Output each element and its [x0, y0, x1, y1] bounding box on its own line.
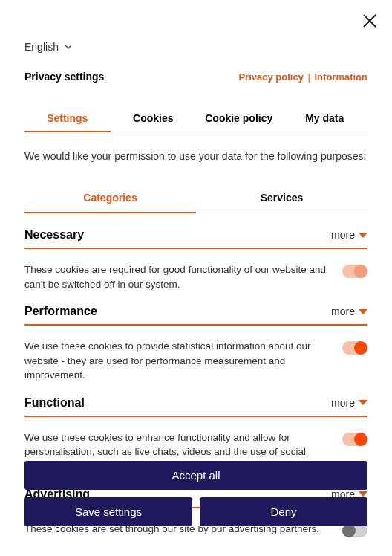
- tab-cookies[interactable]: Cookies: [111, 105, 197, 132]
- main-tabs: Settings Cookies Cookie policy My data: [24, 105, 368, 132]
- more-link-performance[interactable]: more: [331, 306, 368, 317]
- more-text: more: [331, 306, 355, 317]
- toggle-knob: [354, 433, 368, 446]
- category-body-performance: We use these cookies to provide statisti…: [24, 339, 368, 383]
- accept-all-button[interactable]: Accept all: [24, 461, 368, 490]
- toggle-functional[interactable]: [342, 433, 368, 446]
- category-title-functional: Functional: [24, 396, 85, 410]
- button-area: Accept all Save settings Deny: [24, 461, 368, 526]
- category-desc-necessary: These cookies are required for good func…: [24, 262, 327, 291]
- header-row: Privacy settings Privacy policy | Inform…: [24, 71, 368, 83]
- category-header-performance: Performance more: [24, 305, 368, 326]
- more-link-functional[interactable]: more: [331, 397, 368, 409]
- link-divider: |: [305, 71, 313, 83]
- tab-settings[interactable]: Settings: [24, 105, 111, 132]
- category-desc-performance: We use these cookies to provide statisti…: [24, 339, 327, 383]
- sub-tab-categories[interactable]: Categories: [24, 184, 196, 213]
- sub-tabs: Categories Services: [24, 184, 368, 213]
- category-body-necessary: These cookies are required for good func…: [24, 262, 368, 291]
- category-header-necessary: Necessary more: [24, 228, 368, 249]
- tab-cookie-policy[interactable]: Cookie policy: [196, 105, 282, 132]
- toggle-necessary: [342, 265, 368, 278]
- caret-down-icon: [359, 309, 368, 314]
- intro-text: We would like your permission to use you…: [24, 150, 368, 162]
- close-button[interactable]: [362, 13, 377, 31]
- header-links: Privacy policy | Information: [238, 71, 368, 83]
- language-current: English: [24, 41, 59, 53]
- deny-button[interactable]: Deny: [200, 497, 368, 526]
- button-row: Save settings Deny: [24, 497, 368, 526]
- category-necessary: Necessary more These cookies are require…: [24, 228, 368, 291]
- toggle-knob: [354, 265, 368, 278]
- category-performance: Performance more We use these cookies to…: [24, 305, 368, 383]
- caret-down-icon: [359, 400, 368, 405]
- privacy-policy-link[interactable]: Privacy policy: [238, 71, 303, 83]
- sub-tab-services[interactable]: Services: [196, 184, 368, 213]
- tab-my-data[interactable]: My data: [282, 105, 368, 132]
- caret-down-icon: [359, 233, 368, 238]
- toggle-knob: [354, 341, 368, 355]
- close-icon: [362, 13, 377, 28]
- category-title-necessary: Necessary: [24, 228, 84, 242]
- category-title-performance: Performance: [24, 305, 97, 318]
- category-header-functional: Functional more: [24, 396, 368, 417]
- language-selector[interactable]: English: [24, 41, 368, 53]
- save-settings-button[interactable]: Save settings: [24, 497, 192, 526]
- information-link[interactable]: Information: [315, 71, 368, 83]
- more-link-necessary[interactable]: more: [331, 229, 368, 241]
- more-text: more: [331, 229, 355, 241]
- chevron-down-icon: [65, 43, 72, 51]
- toggle-performance[interactable]: [342, 341, 368, 355]
- privacy-settings-title: Privacy settings: [24, 71, 104, 83]
- more-text: more: [331, 397, 355, 409]
